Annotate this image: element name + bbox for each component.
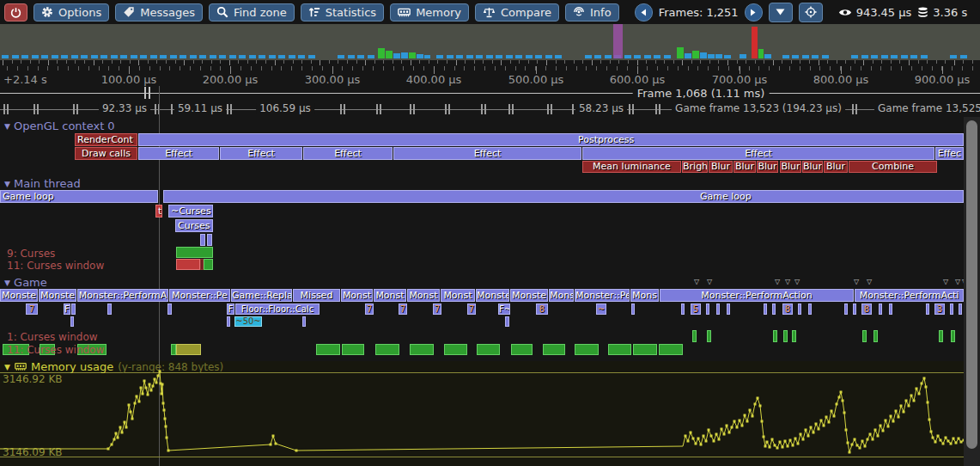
zone-bar[interactable]: Missed xyxy=(293,289,340,302)
messages-button[interactable]: Messages xyxy=(115,3,203,21)
zone-bar[interactable]: Mean luminance xyxy=(582,161,681,173)
section-header-opengl-context-0[interactable]: ▼ OpenGL context 0 xyxy=(4,120,115,132)
zone-bar[interactable]: Mons xyxy=(549,289,574,302)
zone-bar[interactable] xyxy=(342,344,364,355)
zone-bar[interactable] xyxy=(681,304,685,315)
find-zone-button[interactable]: Find zone xyxy=(209,3,295,21)
zone-bar[interactable] xyxy=(71,304,76,315)
zone-bar[interactable] xyxy=(879,304,882,315)
zone-bar[interactable]: Blur xyxy=(780,161,801,173)
zone-bar[interactable] xyxy=(798,304,801,315)
zone-bar[interactable]: Effec xyxy=(935,147,964,160)
zone-bar[interactable] xyxy=(764,304,767,315)
zone-bar[interactable]: Curses xyxy=(175,219,213,232)
zone-bar[interactable] xyxy=(707,330,711,342)
zone-bar[interactable]: Monst xyxy=(374,289,406,302)
zone-bar[interactable] xyxy=(107,304,112,315)
zone-bar[interactable] xyxy=(302,316,306,327)
zone-bar[interactable]: ti xyxy=(155,205,162,218)
crosshair-button[interactable] xyxy=(799,3,823,22)
zone-bar[interactable]: Monster::Pe xyxy=(169,289,230,302)
zone-bar[interactable]: ~Curses xyxy=(168,205,213,218)
zone-bar[interactable] xyxy=(727,304,730,315)
zone-bar[interactable]: Monster::PerformAction xyxy=(660,289,854,302)
zone-bar[interactable]: Monste xyxy=(476,289,509,302)
zone-bar[interactable] xyxy=(808,304,812,315)
zone-bar[interactable] xyxy=(167,304,172,315)
zone-bar[interactable]: Mons xyxy=(630,289,659,302)
lock-label[interactable]: 9: Curses xyxy=(7,248,55,260)
memory-button[interactable]: Memory xyxy=(390,3,469,21)
lock-label[interactable]: 1: Curses window xyxy=(7,331,98,343)
zone-bar[interactable] xyxy=(853,304,856,315)
zone-bar[interactable]: Monste xyxy=(39,289,76,302)
section-header-game[interactable]: ▼ Game xyxy=(4,276,47,289)
frame-title[interactable]: Frame 1,068 (1.11 ms) xyxy=(633,87,770,100)
zone-bar[interactable]: F~ xyxy=(498,304,510,315)
compare-button[interactable]: Compare xyxy=(475,3,559,21)
zone-bar[interactable] xyxy=(889,304,892,315)
zone-bar[interactable]: Monst xyxy=(407,289,440,302)
zone-bar[interactable]: ~ xyxy=(596,304,606,315)
zone-bar[interactable] xyxy=(659,344,683,355)
zone-bar[interactable] xyxy=(204,259,213,270)
zone-bar[interactable]: Effect xyxy=(303,147,393,160)
zone-bar[interactable]: Effect xyxy=(582,147,934,160)
zone-bar[interactable]: 7 xyxy=(365,304,374,315)
zone-bar[interactable]: Combine xyxy=(849,161,937,173)
zone-bar[interactable] xyxy=(959,304,962,315)
zone-bar[interactable] xyxy=(716,304,720,315)
zone-bar[interactable]: Effect xyxy=(220,147,302,160)
zone-bar[interactable] xyxy=(227,316,230,327)
zone-bar[interactable]: Monste xyxy=(510,289,548,302)
zone-bar[interactable]: Game loop xyxy=(0,190,158,203)
zone-bar[interactable] xyxy=(706,304,709,315)
zone-bar[interactable] xyxy=(511,344,533,355)
zone-bar[interactable] xyxy=(138,133,964,146)
zone-bar[interactable]: Monster::PerformActi xyxy=(855,289,964,302)
zone-bar[interactable] xyxy=(773,330,777,342)
zone-bar[interactable]: Monster::PerformA xyxy=(77,289,168,302)
zone-bar[interactable]: Blur xyxy=(757,161,778,173)
zone-bar[interactable]: 5 xyxy=(691,304,701,315)
zone-bar[interactable]: Game::Replay xyxy=(231,289,292,302)
zone-bar[interactable] xyxy=(207,234,212,246)
zone-bar[interactable]: Brigh xyxy=(682,161,708,173)
next-frame-button[interactable] xyxy=(745,3,763,21)
memory-section-header[interactable]: ▼ Memory usage (y-range: 848 bytes) xyxy=(4,360,223,373)
zone-bar[interactable]: Monst xyxy=(441,289,475,302)
zone-bar[interactable] xyxy=(631,304,635,315)
zone-bar[interactable] xyxy=(873,330,878,342)
zone-bar[interactable]: Blur xyxy=(733,161,756,173)
zone-bar[interactable]: Blur xyxy=(802,161,823,173)
zone-bar[interactable] xyxy=(176,344,201,355)
zone-bar[interactable] xyxy=(608,344,631,355)
zone-bar[interactable]: Blur xyxy=(709,161,733,173)
zone-bar[interactable] xyxy=(575,344,599,355)
zone-bar[interactable]: 7 xyxy=(433,304,441,315)
zone-bar[interactable] xyxy=(70,316,74,327)
lock-label[interactable]: 11: Curses window xyxy=(7,344,104,356)
zone-bar[interactable] xyxy=(200,234,205,246)
zone-bar[interactable] xyxy=(477,344,500,355)
zone-bar[interactable] xyxy=(543,344,565,355)
zone-bar[interactable]: 3 xyxy=(934,304,945,315)
section-header-main-thread[interactable]: ▼ Main thread xyxy=(4,177,81,190)
zone-bar[interactable]: Effect xyxy=(393,147,581,160)
scrollbar-thumb[interactable] xyxy=(966,120,977,449)
info-button[interactable]: Info xyxy=(565,3,619,21)
zone-bar[interactable]: 7 xyxy=(467,304,476,315)
zone-bar[interactable]: Monste xyxy=(0,289,38,302)
zone-bar[interactable]: Blur xyxy=(824,161,848,173)
zone-bar[interactable]: Floor::Floor::Calc xyxy=(235,304,320,315)
zone-bar[interactable] xyxy=(783,330,788,342)
zone-bar[interactable]: Monst xyxy=(341,289,373,302)
zone-bar[interactable]: 7 xyxy=(26,304,38,315)
zone-bar[interactable] xyxy=(950,304,953,315)
zone-bar[interactable]: F xyxy=(64,304,70,315)
zone-bar[interactable] xyxy=(792,330,796,342)
power-button[interactable] xyxy=(4,3,27,21)
zone-bar[interactable] xyxy=(633,344,657,355)
options-button[interactable]: Options xyxy=(33,3,109,21)
collapse-button[interactable] xyxy=(769,3,793,22)
